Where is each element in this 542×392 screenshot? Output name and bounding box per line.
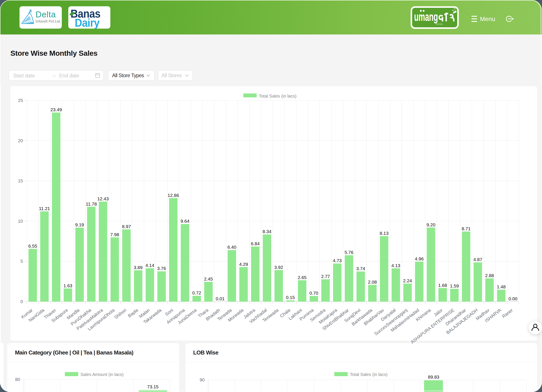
- svg-text:Infosoft Pvt.Ltd.: Infosoft Pvt.Ltd.: [36, 20, 61, 23]
- svg-text:xz xz sui...: xz xz sui...: [436, 22, 444, 25]
- svg-text:Delta: Delta: [36, 10, 56, 19]
- svg-text:Dairy: Dairy: [75, 16, 100, 29]
- svg-text:umang: umang: [414, 10, 438, 23]
